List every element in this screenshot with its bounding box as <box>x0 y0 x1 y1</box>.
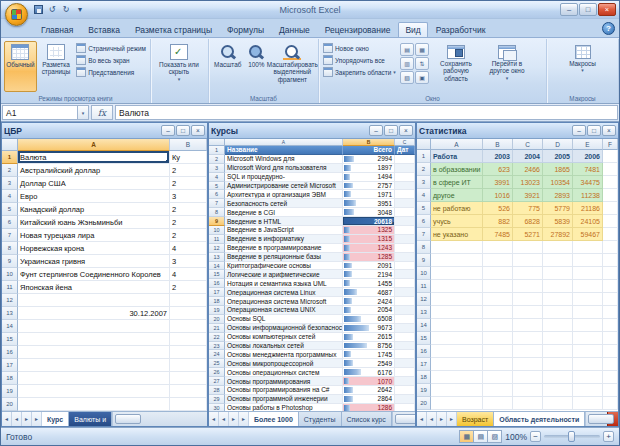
cell-B8[interactable]: 4 <box>170 242 207 255</box>
cell-date-16[interactable] <box>395 279 415 288</box>
row-header-10[interactable]: 10 <box>2 268 18 281</box>
cell-total-12[interactable]: 1243 <box>343 244 395 253</box>
select-all-corner[interactable] <box>2 139 18 151</box>
cell-name-19[interactable]: Операционная система UNIX <box>225 306 343 315</box>
cell-F11[interactable] <box>603 280 618 293</box>
cell-label-3[interactable]: в сфере ИТ <box>431 176 483 189</box>
hide-window-icon[interactable]: ▥ <box>400 57 414 70</box>
cell-A3[interactable]: Доллар США <box>18 177 170 190</box>
page-layout-view-button[interactable]: Разметка страницы <box>39 41 73 92</box>
cell-label-7[interactable]: не указано <box>431 228 483 241</box>
page-layout-shortcut-icon[interactable]: ▤ <box>473 430 488 443</box>
cell-value-2-3[interactable]: 7481 <box>573 163 603 176</box>
cell-A18[interactable] <box>431 371 483 384</box>
cell-value-5-3[interactable]: 21186 <box>573 202 603 215</box>
help-icon[interactable]: ? <box>602 22 615 35</box>
row-header-7[interactable]: 7 <box>209 199 225 208</box>
row-header-15[interactable]: 15 <box>2 333 18 346</box>
cell-total-20[interactable]: 6508 <box>343 315 395 324</box>
cell-A1[interactable]: Валюта <box>18 151 170 164</box>
column-header-A[interactable]: A <box>18 139 170 151</box>
column-header-B[interactable]: B <box>170 139 207 151</box>
cell-name-21[interactable]: Основы информационной безопасности <box>225 324 343 333</box>
view-side-by-side-icon[interactable]: ▦ <box>415 43 429 56</box>
cell-F3[interactable] <box>603 176 618 189</box>
cell-11-2[interactable] <box>543 280 573 293</box>
cell-label-5[interactable]: не работаю <box>431 202 483 215</box>
row-header-12[interactable]: 12 <box>417 293 431 306</box>
cell-B10[interactable]: 4 <box>170 268 207 281</box>
cell-F9[interactable] <box>603 254 618 267</box>
cell-value-4-2[interactable]: 2893 <box>543 189 573 202</box>
row-header-15[interactable]: 15 <box>209 270 225 279</box>
cell-total-11[interactable]: 1315 <box>343 235 395 244</box>
show-hide-button[interactable]: Показать или скрыть ▾ <box>154 41 204 92</box>
freeze-panes-button[interactable]: Закрепить области▾ <box>322 67 398 77</box>
ribbon-tab-Разметка страницы[interactable]: Разметка страницы <box>128 22 219 37</box>
cell-total-29[interactable]: 2864 <box>343 395 395 404</box>
row-header-3[interactable]: 3 <box>2 177 18 190</box>
cell-F19[interactable] <box>603 384 618 397</box>
cell-A15[interactable] <box>431 332 483 345</box>
row-header-8[interactable]: 8 <box>417 241 431 254</box>
cell-11-0[interactable] <box>483 280 513 293</box>
select-all-corner[interactable] <box>209 139 225 146</box>
cell-name-8[interactable]: Введение в CGI <box>225 208 343 217</box>
row-header-4[interactable]: 4 <box>2 190 18 203</box>
cell-date-21[interactable] <box>395 324 415 333</box>
cell-A10[interactable]: Фунт стерлингов Соединенного Королев <box>18 268 170 281</box>
last-sheet-icon[interactable]: ► <box>447 412 457 426</box>
cell-name-23[interactable]: Основы локальных сетей <box>225 342 343 351</box>
cell-A14[interactable] <box>431 319 483 332</box>
zoom-slider-thumb[interactable] <box>568 431 575 442</box>
cell-A19[interactable] <box>431 384 483 397</box>
row-header-6[interactable]: 6 <box>417 215 431 228</box>
cell-13-2[interactable] <box>543 306 573 319</box>
zoom-button[interactable]: Масштаб <box>212 41 243 92</box>
row-header-30[interactable]: 30 <box>209 404 225 411</box>
cell-8-2[interactable] <box>543 241 573 254</box>
cell-total-22[interactable]: 2615 <box>343 333 395 342</box>
cell-15-0[interactable] <box>483 332 513 345</box>
row-header-22[interactable]: 22 <box>209 333 225 342</box>
cell-F1[interactable] <box>603 150 618 163</box>
redo-icon[interactable]: ↻ <box>60 3 72 16</box>
cell-9-2[interactable] <box>543 254 573 267</box>
cell-B6[interactable]: 2 <box>170 216 207 229</box>
cell-year-2005[interactable]: 2005 <box>543 150 573 163</box>
child-restore-button[interactable]: □ <box>587 125 601 136</box>
cell-total-14[interactable]: 2091 <box>343 262 395 271</box>
cell-name-4[interactable]: SQL и процедурно- <box>225 173 343 182</box>
cell-name-22[interactable]: Основы компьютерных сетей <box>225 333 343 342</box>
cell-20-2[interactable] <box>543 397 573 410</box>
cell-name-28[interactable]: Основы программирования на C# <box>225 386 343 395</box>
cell-total-16[interactable]: 1455 <box>343 279 395 288</box>
cell-A17[interactable] <box>18 359 170 372</box>
row-header-16[interactable]: 16 <box>2 346 18 359</box>
cell-total-6[interactable]: 1971 <box>343 190 395 199</box>
cell-date-11[interactable] <box>395 235 415 244</box>
cell-A8[interactable] <box>431 241 483 254</box>
name-box-dropdown-icon[interactable]: ▾ <box>78 105 89 120</box>
cell-19-1[interactable] <box>513 384 543 397</box>
cell-B11[interactable]: 2 <box>170 281 207 294</box>
office-button[interactable] <box>5 3 28 26</box>
cell-A11[interactable]: Японская йена <box>18 281 170 294</box>
cell-A13[interactable] <box>431 306 483 319</box>
cell-total-28[interactable]: 2642 <box>343 386 395 395</box>
cell-total-30[interactable]: 1286 <box>343 404 395 411</box>
cell-value-2-2[interactable]: 1865 <box>543 163 573 176</box>
cell-total-25[interactable]: 2549 <box>343 359 395 368</box>
row-header-16[interactable]: 16 <box>417 345 431 358</box>
cell-A1[interactable]: Работа <box>431 150 483 163</box>
cell-B2[interactable]: 2 <box>170 164 207 177</box>
cell-date-27[interactable] <box>395 377 415 386</box>
row-header-5[interactable]: 5 <box>417 202 431 215</box>
cell-date-18[interactable] <box>395 297 415 306</box>
row-header-11[interactable]: 11 <box>417 280 431 293</box>
cell-date-6[interactable] <box>395 190 415 199</box>
cell-total-17[interactable]: 4687 <box>343 288 395 297</box>
row-header-7[interactable]: 7 <box>417 228 431 241</box>
cell-value-5-1[interactable]: 775 <box>513 202 543 215</box>
cell-20-3[interactable] <box>573 397 603 410</box>
